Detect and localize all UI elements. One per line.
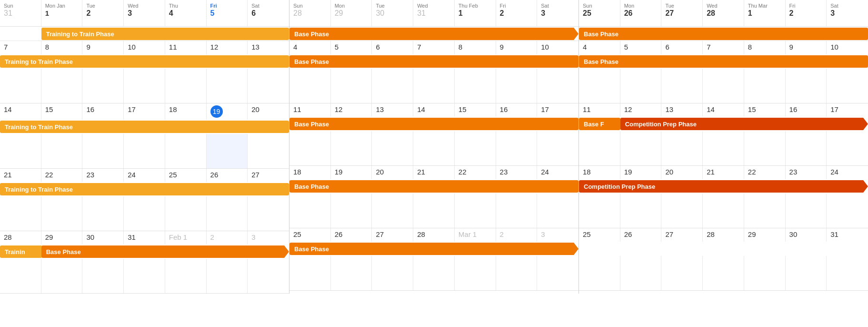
col-thu-4: Thu 4 (165, 0, 207, 26)
week-jan28: 28 29 30 31 Feb 1 2 3 Trainin Base Phase (0, 231, 289, 294)
today-indicator: 19 (210, 105, 223, 118)
phase-base-mar2-partial: Base F (579, 118, 620, 130)
week-jan21: 21 22 23 24 25 26 27 Training to Train P… (0, 169, 289, 231)
phase-training-header: Training to Train Phase (41, 28, 289, 40)
week-jan7-body (0, 69, 289, 103)
phase-base-w4: Base Phase (41, 245, 289, 258)
col2-mon-29: Mon 29 (331, 0, 372, 26)
week-feb4: 4 5 6 7 8 9 10 Base Phase (289, 41, 579, 103)
phase-base-feb4: Base Phase (289, 243, 579, 255)
section-february: Sun 28 Mon 29 Tue 30 Wed 31 Thu Feb 1 Fr… (289, 0, 579, 294)
section1-header: Sun 31 Mon Jan 1 Tue 2 Wed 3 Thu 4 Fri 5 (0, 0, 289, 27)
week-jan14: 14 15 16 17 18 19 20 Training to Train P… (0, 103, 289, 169)
col3-fri-2: Fri 2 (786, 0, 827, 26)
phase-base-feb1: Base Phase (289, 55, 579, 68)
phase-comp-mar2: Competition Prep Phase (579, 180, 868, 193)
section1-header-phase: Training to Train Phase (0, 27, 289, 41)
calendar-view: Sun 31 Mon Jan 1 Tue 2 Wed 3 Thu 4 Fri 5 (0, 0, 868, 294)
week-jan21-phases: Training to Train Phase (0, 182, 289, 196)
phase-base-feb3: Base Phase (289, 180, 579, 193)
phase-comp-mar1: Competition Prep Phase (620, 118, 868, 130)
col3-sun-25: Sun 25 (579, 0, 620, 26)
col-wed-3: Wed 3 (124, 0, 165, 26)
col-sun-dec31: Sun 31 (0, 0, 41, 26)
week-jan14-phases: Training to Train Phase (0, 120, 289, 134)
col3-tue-27: Tue 27 (661, 0, 703, 26)
week-jan28-body (0, 259, 289, 293)
col-sat-6: Sat 6 (248, 0, 289, 26)
col3-sat-3: Sat 3 (827, 0, 868, 26)
week-feb18: 18 19 20 21 22 23 24 Base Phase (289, 166, 579, 228)
col3-wed-28: Wed 28 (703, 0, 744, 26)
phase-base-mar1: Base Phase (579, 55, 868, 68)
week-jan7-dates: 7 8 9 10 11 12 13 (0, 41, 289, 54)
col2-tue-30: Tue 30 (372, 0, 413, 26)
week-jan21-dates: 21 22 23 24 25 26 27 (0, 169, 289, 182)
week-jan28-phases: Trainin Base Phase (0, 245, 289, 259)
phase-base-feb2: Base Phase (289, 118, 579, 130)
col2-fri-2: Fri 2 (496, 0, 538, 26)
week-feb25: 25 26 27 28 Mar 1 2 3 Base Phase (289, 228, 579, 291)
week-jan14-dates: 14 15 16 17 18 19 20 (0, 103, 289, 120)
col2-wed-31: Wed 31 (413, 0, 455, 26)
phase-training-w4-partial: Trainin (0, 245, 41, 258)
week-jan14-body (0, 134, 289, 168)
phase-training-w2: Training to Train Phase (0, 121, 289, 133)
col-mon-jan1: Mon Jan 1 (41, 0, 83, 26)
week-mar18: 18 19 20 21 22 23 24 Competition Prep Ph… (579, 166, 868, 228)
phase-base-header: Base Phase (289, 28, 579, 40)
col2-sat-3: Sat 3 (537, 0, 579, 26)
col2-sun-28: Sun 28 (289, 0, 331, 26)
week-jan21-body (0, 196, 289, 231)
col3-thu-mar1: Thu Mar 1 (744, 0, 786, 26)
phase-training-w3: Training to Train Phase (0, 183, 289, 195)
section3-header: Sun 25 Mon 26 Tue 27 Wed 28 Thu Mar 1 Fr… (579, 0, 868, 27)
week-mar11: 11 12 13 14 15 16 17 Base F Competition … (579, 103, 868, 166)
week-mar25: 25 26 27 28 29 30 31 (579, 228, 868, 291)
phase-training-w1: Training to Train Phase (0, 55, 289, 68)
section2-header-phase: Base Phase (289, 27, 579, 41)
week-feb11: 11 12 13 14 15 16 17 Base Phase (289, 103, 579, 166)
section3-header-phase: Base Phase (579, 27, 868, 41)
week-jan7: 7 8 9 10 11 12 13 Training to Train Phas… (0, 41, 289, 103)
col-fri-5: Fri 5 (207, 0, 248, 26)
phase-base-mar-header: Base Phase (579, 28, 868, 40)
week-jan28-dates: 28 29 30 31 Feb 1 2 3 (0, 231, 289, 245)
section-march: Sun 25 Mon 26 Tue 27 Wed 28 Thu Mar 1 Fr… (579, 0, 868, 294)
col3-mon-26: Mon 26 (620, 0, 662, 26)
section-january: Sun 31 Mon Jan 1 Tue 2 Wed 3 Thu 4 Fri 5 (0, 0, 289, 294)
col2-thu-feb1: Thu Feb 1 (455, 0, 496, 26)
week-mar4: 4 5 6 7 8 9 10 Base Phase (579, 41, 868, 103)
col-tue-2: Tue 2 (82, 0, 124, 26)
week-jan7-phases: Training to Train Phase (0, 54, 289, 69)
section2-header: Sun 28 Mon 29 Tue 30 Wed 31 Thu Feb 1 Fr… (289, 0, 579, 27)
